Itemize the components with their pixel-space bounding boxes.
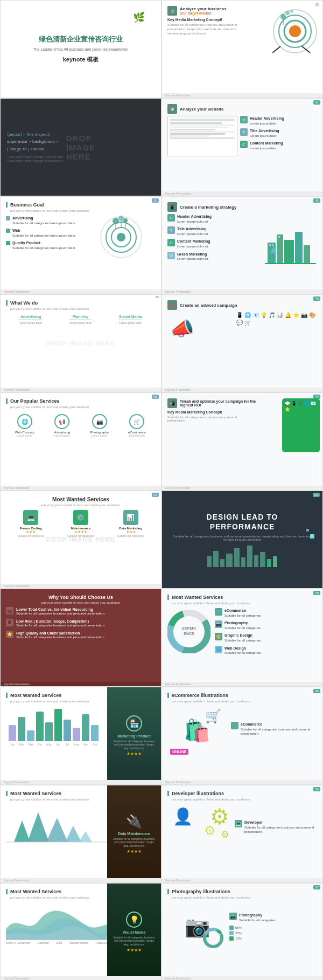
slide12-title2: PERFORMANCE [210, 522, 275, 532]
mountain-chart [6, 804, 108, 845]
slide11-footer: Keynote Presentation [1, 584, 161, 588]
slide9-title: Our Popular Services [6, 398, 156, 404]
slide-20-photography: 37 Photography illustrations put your gr… [162, 883, 323, 980]
visual-stars: ★★★★ [127, 948, 142, 953]
svg-point-5 [285, 11, 290, 15]
slide10-icon: 📲 [167, 398, 177, 408]
slide-num-18: 36 [313, 787, 320, 791]
slide6-footer: Keynote Presentation [162, 289, 322, 294]
slide-num-20: 37 [313, 885, 320, 889]
subtitle-english: The Leader of the All business and perso… [33, 47, 128, 51]
slide-15-bars: 34 Most Wanted Services put your great s… [0, 687, 162, 785]
slide-6-marketing: 42 📱 Create a marketing strategy H Heade… [162, 196, 323, 294]
svg-marker-36 [14, 820, 30, 842]
visualmedia-panel: 💡 Visual Media Suitable for all categori… [107, 884, 161, 980]
slide13-subtitle: put your great subtitle in here and shak… [6, 601, 156, 604]
browser-mockup [167, 116, 237, 156]
slide-num-12: 35 [313, 493, 320, 497]
slide19-footer: Keynote Presentation [1, 976, 161, 980]
svg-point-6 [290, 10, 293, 13]
slide20-content: 📷 📷 PhotographySu [167, 902, 317, 951]
buildings-graphic [207, 546, 277, 567]
svg-rect-28 [272, 244, 273, 246]
svg-rect-29 [278, 236, 280, 238]
pie-chart: EXPERI ENCE [167, 610, 210, 655]
slide15-footer: Keynote Presentation [1, 780, 161, 784]
svg-point-13 [117, 233, 125, 241]
slide10-footer: Keynote Presentation [162, 486, 322, 490]
slide-3-inspector: DROPIMAGEHERE ⟨pector⟩ ⟩ ⟨the inspect⟩ a… [0, 98, 162, 196]
visual-icon: 💡 [126, 912, 142, 928]
slide5-target [87, 216, 156, 259]
choose-item-2: ⏱ Low Risk | Duration, Scope, Completion… [6, 619, 156, 628]
svg-rect-23 [295, 232, 303, 264]
slide20-footer: Keynote Presentation [162, 976, 322, 980]
slide16-content: 🛍️ 🛒 ONLINE 🛒 eCommerceSuitable for all … [167, 706, 317, 755]
slide7-subtitle: put your great subtitle in here and shak… [6, 307, 156, 310]
slide14-title: Most Wanted Services [167, 595, 317, 600]
donut-chart [202, 927, 224, 951]
slide11-services: 💻 Forum Coding ★★★ Suitable for categori… [6, 510, 156, 537]
slide9-subtitle: put your great subtitle in here and shak… [6, 405, 156, 409]
svg-point-3 [290, 26, 300, 37]
slide-11-mostwanted: DROP IMAGE HERE 34 Most Wanted Services … [0, 491, 162, 589]
slide-10-tweak: 44 📲 Tweak and optimize your campaign fo… [162, 392, 323, 491]
developer-gears: 👤 ⚙ ⚙ ⚙ [167, 804, 232, 853]
choose-item-3: ⭐ High Quality and Client SatisfactionSu… [6, 631, 156, 640]
slide12-text: Suitable for all categories business and… [170, 535, 314, 541]
slide18-footer: Keynote Presentation [162, 878, 322, 882]
slide4-title: Analyze your website [180, 107, 223, 112]
svg-text:EXPERI: EXPERI [182, 626, 196, 630]
datamaint-text: Suitable for all categories business and… [111, 837, 157, 848]
slide13-footer: Keynote Presentation [1, 682, 161, 686]
slide-13-why: Why You Should Choose Us put your great … [0, 589, 162, 687]
visual-title: Visual Media [123, 930, 145, 934]
marketing-panel: 🏪 Marketing Product Suitable for all cat… [107, 687, 161, 784]
target-graphic [272, 9, 318, 57]
svg-point-16 [123, 218, 128, 223]
slide18-items: 💻 DeveloperSuitable for all categories b… [235, 820, 317, 837]
data-icon: 🔌 [126, 814, 142, 829]
slide2-title: Analyze your business [180, 6, 227, 11]
marketing-stars: ★★★★ [127, 751, 142, 756]
slide4-items: H Header AdvertisingLorem ipsum dolor T … [240, 116, 317, 156]
slide8-icon: 📣 [167, 300, 177, 310]
ecommerce-icon: 🛒 [129, 414, 144, 429]
slide12-title: DESIGN LEAD TO [207, 512, 278, 522]
slide14-content: EXPERI ENCE 🛒 eCommerceSuitable for all … [167, 608, 317, 658]
slide-14-pie: 36 Most Wanted Services put your great s… [162, 589, 323, 687]
slide-num-7 [156, 296, 159, 298]
slide18-title: Developer illustrations [167, 791, 317, 796]
marketing-text: Suitable for all categories business and… [111, 740, 157, 750]
inspector-text: ⟨pector⟩ ⟩ ⟨the inspect⟩ apperance > bac… [7, 131, 155, 153]
svg-point-14 [113, 218, 119, 224]
datamaint-stars: ★★★★ [127, 849, 142, 854]
slide17-footer: Keynote Presentation [1, 878, 161, 882]
slide5-content: AdvertisingSuitable for all categories l… [6, 216, 156, 259]
visual-text: Suitable for all categories business and… [111, 936, 157, 947]
svg-rect-22 [284, 240, 294, 264]
svg-marker-39 [65, 826, 81, 842]
slide-num-8: 43 [313, 296, 320, 301]
slide14-footer: Keynote Presentation [162, 682, 322, 686]
slide-16-ecommerce: 35 eCommerce illustrations put your grea… [162, 687, 323, 785]
service-ecommerce: 🛒 eCommerce Lorem ipsum [123, 414, 150, 437]
title-chinese: 绿色清新企业宣传咨询行业 [39, 34, 123, 44]
keynote-label: keynote 模板 [63, 56, 99, 64]
gear-tiny-icon: ⚙ [221, 829, 229, 840]
datamaint-panel: 🔌 Data Maintenance Suitable for all cate… [107, 785, 161, 882]
slide-17-mountain: 36 Most Wanted Services put your great s… [0, 785, 162, 883]
slide7-footer: Keynote Presentation [1, 388, 161, 392]
slide-num-9: 21 [152, 395, 159, 399]
svg-marker-40 [79, 831, 92, 842]
slide2-footer: Keynote Presentation [162, 93, 322, 98]
slide5-subtitle: put your great subtitle in here and shak… [6, 209, 156, 212]
slide-num-16: 35 [313, 689, 320, 693]
slide6-icon: 📱 [167, 202, 177, 212]
service-photo: 📷 Photography Lorem ipsum [86, 414, 113, 437]
shopping-bags: 🛍️ 🛒 ONLINE [167, 706, 227, 755]
svg-line-9 [272, 46, 280, 53]
slide11-title: Most Wanted Services [6, 496, 156, 502]
service-web: 🌐 Web Concept Lorem ipsum [11, 414, 38, 437]
svg-marker-38 [46, 818, 68, 842]
